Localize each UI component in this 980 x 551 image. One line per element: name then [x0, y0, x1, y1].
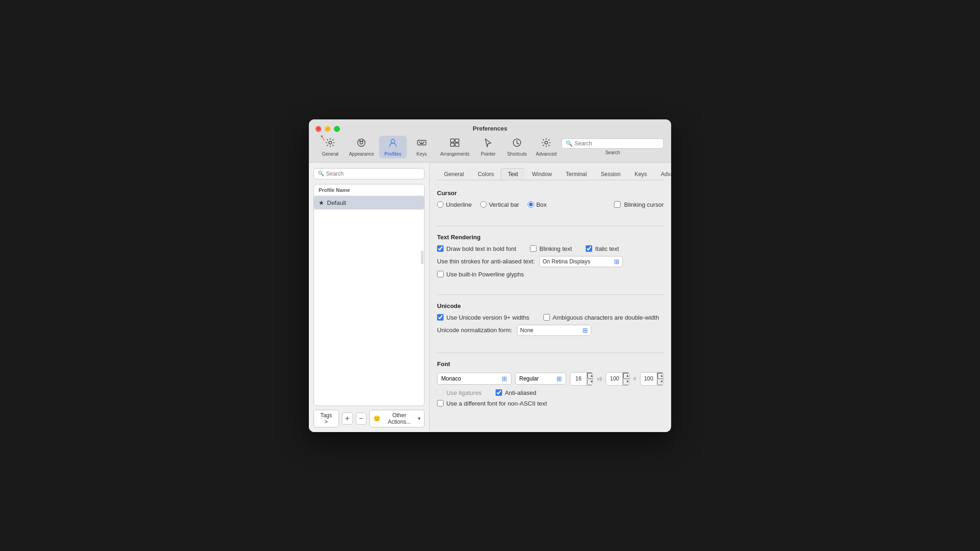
title-bar: ✕ − ↑ Preferences General — [309, 119, 671, 163]
toolbar-item-keys-label: Keys — [417, 151, 427, 157]
normalization-row: Unicode normalization form: None ⊞ — [437, 325, 664, 336]
toolbar-item-appearance[interactable]: Appearance — [345, 136, 378, 158]
toolbar-item-general-label: General — [322, 151, 339, 157]
svg-rect-9 — [423, 142, 425, 143]
ambiguous-chars-option[interactable]: Ambiguous characters are double-width — [543, 314, 659, 321]
blinking-cursor-checkbox[interactable] — [614, 201, 621, 208]
chevron-down-icon: ▾ — [418, 416, 420, 421]
svg-point-2 — [360, 141, 363, 144]
blinking-text-label: Blinking text — [539, 245, 572, 252]
tab-text[interactable]: Text — [501, 168, 525, 180]
tab-general[interactable]: General — [437, 168, 471, 180]
blinking-cursor-label: Blinking cursor — [624, 201, 664, 208]
font-style-select[interactable]: Regular ⊞ — [515, 373, 566, 385]
italic-text-checkbox[interactable] — [586, 245, 592, 252]
font-style-value: Regular — [519, 375, 539, 382]
maximize-button[interactable] — [334, 126, 340, 132]
toolbar-item-shortcuts[interactable]: Shortcuts — [503, 136, 531, 158]
cursor-box-radio[interactable] — [528, 201, 534, 208]
svg-rect-14 — [455, 143, 459, 146]
svg-point-5 — [391, 139, 395, 143]
toolbar-item-arrangements[interactable]: Arrangements — [437, 136, 473, 158]
cursor-underline-radio[interactable] — [437, 201, 444, 208]
draw-bold-checkbox[interactable] — [437, 245, 444, 252]
blinking-cursor-option[interactable]: Blinking cursor — [614, 201, 664, 208]
hash-down-button[interactable]: ▼ — [657, 379, 664, 385]
unicode-version-checkbox[interactable] — [437, 314, 444, 321]
toolbar-item-keys[interactable]: Keys — [408, 136, 436, 158]
window-title: Preferences — [473, 125, 507, 132]
sidebar-search-box[interactable]: 🔍 — [314, 168, 425, 179]
toolbar-search-box[interactable]: 🔍 — [562, 138, 664, 149]
vli-icon: v|i — [597, 376, 602, 381]
sidebar-search-input[interactable] — [326, 171, 420, 177]
normalization-arrow-icon: ⊞ — [582, 327, 588, 334]
ambiguous-chars-checkbox[interactable] — [543, 314, 550, 321]
thin-strokes-arrow-icon: ⊞ — [614, 258, 620, 265]
blinking-text-checkbox[interactable] — [530, 245, 536, 252]
use-ligatures-label: Use ligatures — [446, 389, 482, 396]
italic-text-option[interactable]: Italic text — [586, 245, 619, 252]
anti-aliased-checkbox[interactable] — [496, 389, 502, 396]
toolbar-item-advanced-label: Advanced — [536, 151, 556, 157]
toolbar-search-input[interactable] — [575, 140, 660, 147]
font-size-stepper[interactable]: 16 ▲ ▼ — [570, 372, 593, 386]
tags-button[interactable]: Tags > — [314, 410, 339, 427]
tab-keys[interactable]: Keys — [627, 168, 654, 180]
unicode-version-option[interactable]: Use Unicode version 9+ widths — [437, 314, 529, 321]
toolbar-item-general[interactable]: General — [316, 136, 344, 158]
toolbar-item-advanced[interactable]: Advanced — [532, 136, 561, 158]
remove-profile-button[interactable]: − — [356, 413, 367, 425]
font-size-down-button[interactable]: ▼ — [587, 379, 593, 385]
toolbar-item-pointer[interactable]: Pointer — [474, 136, 502, 158]
svg-point-0 — [329, 141, 332, 144]
cursor-box-label: Box — [536, 201, 547, 208]
powerline-option[interactable]: Use built-in Powerline glyphs — [437, 271, 524, 278]
tab-colors[interactable]: Colors — [471, 168, 501, 180]
draw-bold-option[interactable]: Draw bold text in bold font — [437, 245, 516, 252]
powerline-row: Use built-in Powerline glyphs — [437, 271, 664, 278]
other-actions-button[interactable]: 🙂 Other Actions... ▾ — [369, 410, 425, 427]
hash-stepper[interactable]: 100 ▲ ▼ — [640, 372, 664, 386]
toolbar-search-icon: 🔍 — [566, 140, 573, 147]
cursor-vertical-radio[interactable] — [480, 201, 487, 208]
font-name-select[interactable]: Monaco ⊞ — [437, 373, 511, 385]
vli-down-button[interactable]: ▼ — [623, 379, 629, 385]
cursor-section-title: Cursor — [437, 190, 664, 197]
cursor-section: Cursor Underline Vertical bar — [437, 188, 664, 213]
cursor-vertical-option[interactable]: Vertical bar — [480, 201, 519, 208]
minimize-button[interactable]: − — [325, 126, 331, 132]
vli-up-button[interactable]: ▲ — [623, 373, 629, 379]
thin-strokes-select[interactable]: On Retina Displays ⊞ — [539, 256, 623, 267]
ambiguous-chars-label: Ambiguous characters are double-width — [553, 314, 659, 321]
tab-terminal[interactable]: Terminal — [559, 168, 594, 180]
different-font-checkbox[interactable] — [437, 400, 444, 407]
tab-window[interactable]: Window — [525, 168, 559, 180]
different-font-option[interactable]: Use a different font for non-ASCII text — [437, 400, 547, 407]
blinking-text-option[interactable]: Blinking text — [530, 245, 572, 252]
font-row: Monaco ⊞ Regular ⊞ 16 ▲ ▼ — [437, 372, 664, 386]
anti-aliased-option[interactable]: Anti-aliased — [496, 389, 536, 396]
appearance-icon — [356, 138, 366, 151]
normalization-select[interactable]: None ⊞ — [517, 325, 591, 336]
tab-advanced[interactable]: Advanced — [654, 168, 671, 180]
use-ligatures-checkbox[interactable] — [437, 389, 444, 396]
use-ligatures-option[interactable]: Use ligatures — [437, 389, 482, 396]
toolbar-item-appearance-label: Appearance — [349, 151, 374, 157]
close-button[interactable]: ✕ — [315, 126, 321, 132]
font-size-value: 16 — [570, 374, 587, 383]
profile-item-default[interactable]: ★ Default — [314, 196, 424, 210]
sidebar-footer: Tags > + − 🙂 Other Actions... ▾ — [314, 410, 425, 427]
toolbar-item-profiles[interactable]: Profiles — [379, 136, 407, 158]
cursor-underline-option[interactable]: Underline — [437, 201, 472, 208]
cursor-box-option[interactable]: Box — [528, 201, 547, 208]
content-area: 🔍 Profile Name ★ Default Tags > + − — [309, 163, 671, 432]
powerline-checkbox[interactable] — [437, 271, 444, 277]
vli-stepper[interactable]: 100 ▲ ▼ — [606, 372, 629, 386]
tab-session[interactable]: Session — [594, 168, 627, 180]
add-profile-button[interactable]: + — [342, 413, 353, 425]
text-rendering-title: Text Rendering — [437, 234, 664, 241]
font-size-up-button[interactable]: ▲ — [587, 373, 593, 379]
profile-list-header: Profile Name — [314, 184, 424, 196]
hash-up-button[interactable]: ▲ — [657, 373, 664, 379]
